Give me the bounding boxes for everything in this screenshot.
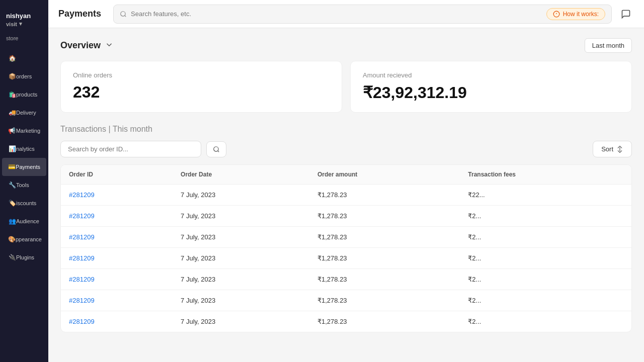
svg-point-0 bbox=[121, 11, 125, 16]
sort-label: Sort bbox=[601, 145, 613, 153]
search-input[interactable] bbox=[131, 10, 542, 18]
amount-received-label: Amount recieved bbox=[363, 71, 619, 79]
transaction-fees-cell: ₹2... bbox=[460, 206, 631, 227]
online-orders-value: 232 bbox=[73, 83, 330, 102]
order-amount-cell: ₹1,278.23 bbox=[309, 227, 460, 248]
order-date-cell: 7 July, 2023 bbox=[173, 290, 309, 311]
topbar: Payments How it works: bbox=[48, 0, 644, 28]
order-amount-cell: ₹1,278.23 bbox=[309, 248, 460, 269]
order-amount-cell: ₹1,278.23 bbox=[309, 269, 460, 290]
how-it-works-btn[interactable]: How it works: bbox=[546, 8, 605, 20]
info-icon bbox=[553, 11, 560, 18]
sidebar-item-orders[interactable]: 📦 orders bbox=[2, 67, 46, 85]
order-id-link[interactable]: #281209 bbox=[69, 191, 95, 199]
last-month-button[interactable]: Last month bbox=[585, 38, 632, 53]
payments-icon: 💳 bbox=[8, 163, 16, 171]
sidebar-item-audience[interactable]: 👥 Audience bbox=[2, 212, 46, 230]
chat-icon-btn[interactable] bbox=[618, 6, 634, 22]
order-amount-cell: ₹1,278.23 bbox=[309, 185, 460, 206]
discounts-icon: 🏷️ bbox=[8, 199, 16, 207]
products-icon: 🛍️ bbox=[8, 90, 16, 99]
order-search-input[interactable] bbox=[68, 145, 194, 153]
transactions-controls: Sort bbox=[60, 141, 632, 157]
table-row: #281209 7 July, 2023 ₹1,278.23 ₹2... bbox=[61, 311, 631, 332]
order-date-cell: 7 July, 2023 bbox=[173, 185, 309, 206]
order-id-link[interactable]: #281209 bbox=[69, 297, 95, 304]
table-row: #281209 7 July, 2023 ₹1,278.23 ₹2... bbox=[61, 248, 631, 269]
order-id-cell: #281209 bbox=[61, 206, 173, 227]
overview-expand-icon[interactable] bbox=[105, 40, 114, 51]
chat-icon bbox=[621, 9, 631, 19]
main-content: Payments How it works: Overview Last mon… bbox=[48, 0, 644, 362]
transaction-fees-cell: ₹2... bbox=[460, 227, 631, 248]
sidebar-visit[interactable]: visit ▾ bbox=[6, 21, 42, 27]
amount-received-value: ₹23,92,312.19 bbox=[363, 83, 619, 102]
tools-icon: 🔧 bbox=[8, 181, 16, 189]
sidebar-item-tools[interactable]: 🔧 Tools bbox=[2, 176, 46, 194]
transactions-table: Order ID Order Date Order amount Transac… bbox=[60, 164, 632, 332]
table-row: #281209 7 July, 2023 ₹1,278.23 ₹2... bbox=[61, 227, 631, 248]
order-amount-cell: ₹1,278.23 bbox=[309, 206, 460, 227]
chevron-down-icon bbox=[105, 40, 114, 49]
order-id-cell: #281209 bbox=[61, 290, 173, 311]
search-bar[interactable]: How it works: bbox=[113, 5, 612, 24]
online-orders-label: Online orders bbox=[73, 71, 330, 79]
order-date-cell: 7 July, 2023 bbox=[173, 206, 309, 227]
sidebar-item-discounts[interactable]: 🏷️ iscounts bbox=[2, 194, 46, 212]
col-header-transaction-fees: Transaction fees bbox=[460, 165, 631, 185]
col-header-order-amount: Order amount bbox=[309, 165, 460, 185]
appearance-icon: 🎨 bbox=[8, 235, 16, 243]
table-row: #281209 7 July, 2023 ₹1,278.23 ₹22... bbox=[61, 185, 631, 206]
order-date-cell: 7 July, 2023 bbox=[173, 269, 309, 290]
table-row: #281209 7 July, 2023 ₹1,278.23 ₹2... bbox=[61, 269, 631, 290]
stats-row: Online orders 232 Amount recieved ₹23,92… bbox=[60, 61, 632, 113]
search-submit-icon bbox=[213, 146, 220, 153]
order-search-button[interactable] bbox=[206, 141, 226, 157]
order-id-link[interactable]: #281209 bbox=[69, 254, 95, 262]
online-orders-card: Online orders 232 bbox=[60, 61, 342, 113]
sort-icon bbox=[616, 146, 623, 153]
order-id-link[interactable]: #281209 bbox=[69, 318, 95, 325]
order-id-cell: #281209 bbox=[61, 248, 173, 269]
transaction-fees-cell: ₹2... bbox=[460, 311, 631, 332]
sidebar-item-home[interactable]: 🏠 bbox=[2, 49, 46, 67]
plugins-icon: 🔌 bbox=[8, 253, 16, 261]
delivery-icon: 🚚 bbox=[8, 109, 16, 117]
sidebar-item-analytics[interactable]: 📊 nalytics bbox=[2, 140, 46, 158]
order-id-cell: #281209 bbox=[61, 227, 173, 248]
order-amount-cell: ₹1,278.23 bbox=[309, 290, 460, 311]
svg-line-1 bbox=[125, 15, 126, 17]
order-id-link[interactable]: #281209 bbox=[69, 276, 95, 283]
amount-received-card: Amount recieved ₹23,92,312.19 bbox=[350, 61, 632, 113]
sidebar-item-delivery[interactable]: 🚚 Delivery bbox=[2, 104, 46, 122]
page-title: Payments bbox=[58, 9, 101, 19]
order-amount-cell: ₹1,278.23 bbox=[309, 311, 460, 332]
order-id-cell: #281209 bbox=[61, 311, 173, 332]
sort-button[interactable]: Sort bbox=[593, 141, 632, 157]
table-row: #281209 7 July, 2023 ₹1,278.23 ₹2... bbox=[61, 290, 631, 311]
sidebar-brand: nishyan visit ▾ bbox=[0, 8, 48, 35]
sidebar-item-products[interactable]: 🛍️ products bbox=[2, 85, 46, 104]
sidebar-item-appearance[interactable]: 🎨 ppearance bbox=[2, 230, 46, 248]
overview-title: Overview bbox=[60, 40, 101, 51]
svg-point-5 bbox=[214, 146, 218, 151]
sidebar: nishyan visit ▾ store 🏠 📦 orders 🛍️ prod… bbox=[0, 0, 48, 362]
col-header-order-date: Order Date bbox=[173, 165, 309, 185]
sidebar-item-plugins[interactable]: 🔌 Plugins bbox=[2, 248, 46, 266]
sidebar-item-payments[interactable]: 💳 Payments bbox=[2, 158, 46, 176]
search-icon bbox=[120, 11, 127, 18]
home-icon: 🏠 bbox=[8, 54, 16, 62]
transaction-fees-cell: ₹2... bbox=[460, 248, 631, 269]
sidebar-item-marketing[interactable]: 📢 Marketing bbox=[2, 122, 46, 140]
sidebar-brand-name: nishyan bbox=[6, 12, 31, 20]
transactions-header: Transactions | This month bbox=[60, 125, 632, 134]
table-header-row: Order ID Order Date Order amount Transac… bbox=[61, 165, 631, 185]
order-id-link[interactable]: #281209 bbox=[69, 212, 95, 220]
order-search-input-container[interactable] bbox=[60, 141, 201, 157]
content-area: Overview Last month Online orders 232 Am… bbox=[48, 28, 644, 362]
order-id-link[interactable]: #281209 bbox=[69, 233, 95, 241]
audience-icon: 👥 bbox=[8, 217, 16, 225]
order-id-cell: #281209 bbox=[61, 185, 173, 206]
transaction-fees-cell: ₹2... bbox=[460, 269, 631, 290]
how-it-works-label: How it works: bbox=[563, 11, 599, 18]
